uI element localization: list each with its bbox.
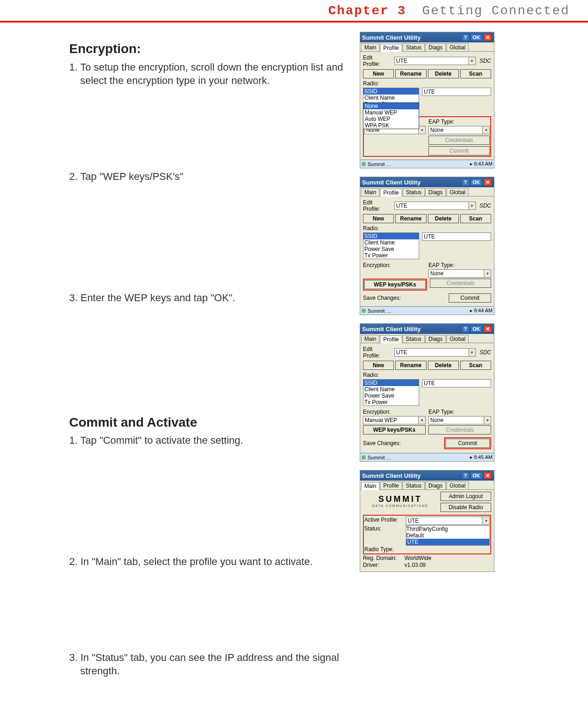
taskbar-app[interactable]: Summit … — [368, 455, 391, 460]
list-item[interactable]: Tx Power — [363, 252, 419, 259]
list-item[interactable]: Client Name — [363, 386, 419, 393]
tab-diags[interactable]: Diags — [425, 188, 446, 196]
option-auto-wep[interactable]: Auto WEP — [363, 116, 419, 122]
wep-keys-button[interactable]: WEP keys/PSKs — [364, 280, 426, 289]
chevron-down-icon[interactable]: ▾ — [418, 416, 426, 424]
help-button[interactable]: ? — [462, 472, 469, 479]
list-item[interactable]: Power Save — [363, 393, 419, 399]
rename-button[interactable]: Rename — [395, 361, 426, 370]
list-item[interactable]: SSID — [363, 380, 419, 386]
chevron-down-icon[interactable]: ▾ — [418, 126, 426, 134]
close-button[interactable]: ✕ — [483, 34, 492, 41]
tab-main[interactable]: Main — [361, 188, 380, 196]
chevron-down-icon[interactable]: ▾ — [484, 269, 491, 278]
radio-listbox[interactable]: SSID Client Name Power Save Tx Power — [363, 232, 419, 259]
delete-button[interactable]: Delete — [428, 69, 459, 78]
scan-button[interactable]: Scan — [460, 69, 491, 78]
radio-listbox[interactable]: SSID Client Name Power Save Tx Power — [363, 379, 419, 406]
chevron-down-icon[interactable]: ▾ — [482, 126, 490, 134]
list-item[interactable]: SSID — [363, 233, 419, 239]
eap-field[interactable]: None — [428, 416, 484, 424]
option-manual-wep[interactable]: Manual WEP — [363, 109, 419, 116]
ssid-field[interactable]: UTE — [422, 379, 491, 387]
ok-button[interactable]: OK — [470, 472, 483, 479]
option-default[interactable]: Default — [406, 532, 489, 539]
chevron-down-icon[interactable]: ▾ — [469, 202, 476, 210]
ok-button[interactable]: OK — [470, 325, 483, 333]
commit-button[interactable]: Commit — [445, 439, 490, 448]
option-none[interactable]: None — [363, 103, 419, 109]
list-item[interactable]: Client Name — [363, 239, 419, 246]
credentials-button[interactable]: Credentials — [430, 279, 491, 288]
option-ute[interactable]: UTE — [406, 539, 489, 545]
close-button[interactable]: ✕ — [483, 325, 492, 333]
tab-status[interactable]: Status — [403, 43, 425, 51]
ssid-field[interactable]: UTE — [422, 232, 491, 241]
delete-button[interactable]: Delete — [428, 214, 459, 223]
edit-profile-field[interactable]: UTE — [394, 202, 469, 210]
tab-global[interactable]: Global — [446, 188, 469, 196]
ok-button[interactable]: OK — [470, 178, 483, 186]
close-button[interactable]: ✕ — [483, 178, 492, 186]
chevron-down-icon[interactable]: ▾ — [484, 416, 491, 424]
commit-button[interactable]: Commit — [428, 146, 490, 155]
ok-button[interactable]: OK — [470, 34, 483, 41]
tab-global[interactable]: Global — [446, 335, 469, 343]
edit-profile-field[interactable]: UTE — [394, 57, 469, 65]
help-button[interactable]: ? — [462, 178, 469, 186]
new-button[interactable]: New — [363, 361, 394, 370]
scan-button[interactable]: Scan — [460, 361, 491, 370]
ssid-field[interactable]: UTE — [422, 88, 491, 96]
admin-logout-button[interactable]: Admin Logout — [440, 492, 491, 501]
delete-button[interactable]: Delete — [428, 361, 459, 370]
help-button[interactable]: ? — [462, 34, 469, 41]
chevron-down-icon[interactable]: ▾ — [469, 348, 476, 357]
chevron-down-icon[interactable]: ▾ — [482, 517, 490, 525]
rename-button[interactable]: Rename — [395, 214, 426, 223]
tab-global[interactable]: Global — [446, 43, 469, 51]
tab-status[interactable]: Status — [403, 188, 425, 196]
start-icon[interactable]: ⊞ — [362, 161, 366, 167]
encryption-field[interactable]: Manual WEP — [363, 416, 419, 424]
wep-keys-button[interactable]: WEP keys/PSKs — [363, 425, 426, 434]
list-item[interactable]: Tx Power — [363, 399, 419, 405]
start-icon[interactable]: ⊞ — [362, 308, 366, 314]
chevron-down-icon[interactable]: ▾ — [469, 57, 476, 65]
tab-diags[interactable]: Diags — [425, 335, 446, 343]
taskbar-app[interactable]: Summit … — [368, 161, 391, 167]
list-item[interactable]: Power Save — [363, 246, 419, 252]
tab-diags[interactable]: Diags — [425, 43, 446, 51]
commit-button[interactable]: Commit — [449, 293, 491, 303]
tab-main[interactable]: Main — [361, 335, 380, 343]
tab-diags[interactable]: Diags — [425, 482, 446, 489]
eap-field[interactable]: None — [428, 126, 483, 134]
tab-status[interactable]: Status — [403, 482, 425, 489]
rename-button[interactable]: Rename — [395, 69, 426, 78]
encryption-dropdown[interactable]: None Manual WEP Auto WEP WPA PSK — [363, 102, 419, 129]
list-item[interactable]: Client Name — [363, 95, 419, 101]
active-profile-field[interactable]: UTE — [406, 517, 483, 525]
start-icon[interactable]: ⊞ — [362, 454, 366, 460]
tab-profile[interactable]: Profile — [380, 189, 402, 196]
new-button[interactable]: New — [363, 214, 394, 223]
tab-profile[interactable]: Profile — [380, 482, 402, 489]
disable-radio-button[interactable]: Disable Radio — [440, 503, 491, 512]
close-button[interactable]: ✕ — [483, 472, 492, 479]
tab-global[interactable]: Global — [446, 482, 469, 489]
new-button[interactable]: New — [363, 69, 394, 78]
list-item[interactable]: SSID — [363, 88, 419, 95]
tab-profile[interactable]: Profile — [380, 335, 402, 343]
credentials-button[interactable]: Credentials — [428, 425, 491, 434]
scan-button[interactable]: Scan — [460, 214, 491, 223]
help-button[interactable]: ? — [462, 325, 469, 333]
credentials-button[interactable]: Credentials — [428, 136, 490, 145]
tab-main[interactable]: Main — [361, 482, 380, 490]
option-thirdparty[interactable]: ThirdPartyConfig — [406, 526, 489, 532]
tab-profile[interactable]: Profile — [380, 44, 402, 52]
tab-main[interactable]: Main — [361, 43, 380, 51]
edit-profile-field[interactable]: UTE — [394, 348, 469, 357]
eap-field[interactable]: None — [428, 269, 484, 278]
taskbar-app[interactable]: Summit … — [368, 308, 391, 314]
option-wpa-psk[interactable]: WPA PSK — [363, 122, 419, 129]
tab-status[interactable]: Status — [403, 335, 425, 343]
